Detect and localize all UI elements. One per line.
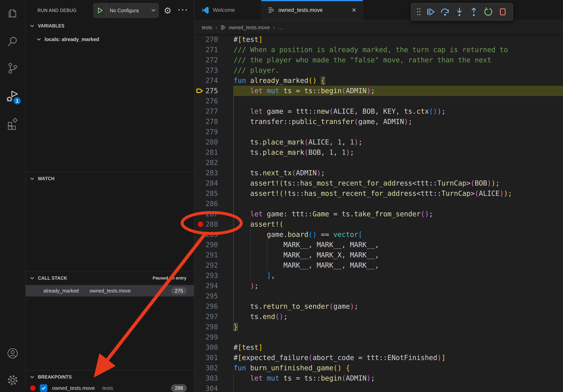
- stop-button[interactable]: [496, 5, 509, 18]
- code-line[interactable]: 285 assert!(!ts::has_most_recent_for_add…: [195, 188, 563, 198]
- drag-handle-icon[interactable]: [415, 5, 422, 18]
- continue-button[interactable]: [424, 5, 437, 18]
- explorer-icon[interactable]: [5, 6, 20, 21]
- step-out-button[interactable]: [468, 5, 480, 18]
- line-number-gutter[interactable]: 287: [195, 209, 234, 219]
- line-number-gutter[interactable]: 297: [195, 312, 234, 322]
- code-line[interactable]: 277 let game = ttt::new(ALICE, BOB, KEY,…: [195, 106, 563, 117]
- tab-owned-tests-move[interactable]: owned_tests.move ×: [261, 0, 363, 20]
- code-line[interactable]: 280 ts.place_mark(ALICE, 1, 1);: [195, 137, 563, 147]
- line-number-gutter[interactable]: 294: [195, 281, 234, 291]
- code-line[interactable]: 293 ],: [195, 270, 563, 281]
- code-line[interactable]: 271/// When a position is already marked…: [195, 45, 563, 55]
- call-stack-frame-row[interactable]: already_marked owned_tests.move 275: [26, 285, 194, 297]
- code-line[interactable]: 299: [195, 332, 563, 342]
- code-line[interactable]: 291 MARK__, MARK_X, MARK__,: [195, 250, 563, 260]
- extensions-icon[interactable]: [5, 116, 20, 131]
- line-number-gutter[interactable]: 278: [195, 117, 234, 127]
- line-number-gutter[interactable]: 286: [195, 198, 234, 209]
- line-number-gutter[interactable]: 303: [195, 373, 234, 383]
- line-number-gutter[interactable]: 270: [195, 34, 234, 45]
- restart-button[interactable]: [482, 5, 495, 18]
- line-number-gutter[interactable]: 280: [195, 137, 234, 147]
- code-line[interactable]: 303 let mut ts = ts::begin(ADMIN);: [195, 373, 563, 383]
- line-number-gutter[interactable]: 285: [195, 188, 234, 198]
- breakpoint-checkbox[interactable]: [40, 384, 47, 392]
- step-into-button[interactable]: [453, 5, 466, 18]
- search-icon[interactable]: [5, 34, 20, 49]
- line-number-gutter[interactable]: 272: [195, 55, 234, 65]
- variables-locals-row[interactable]: locals: already_marked: [26, 33, 194, 45]
- code-line[interactable]: 276: [195, 96, 563, 106]
- breadcrumb-item-symbol[interactable]: …: [278, 25, 283, 30]
- close-icon[interactable]: ×: [352, 7, 356, 14]
- code-line[interactable]: 294 );: [195, 281, 563, 291]
- breadcrumb-item-file[interactable]: owned_tests.move: [229, 25, 270, 30]
- start-debug-icon[interactable]: [94, 7, 106, 14]
- line-number-gutter[interactable]: 296: [195, 301, 234, 312]
- line-number-gutter[interactable]: 300: [195, 342, 234, 353]
- line-number-gutter[interactable]: 304: [195, 383, 234, 392]
- code-line[interactable]: 304: [195, 383, 563, 392]
- code-line[interactable]: 273/// player.: [195, 65, 563, 75]
- code-line[interactable]: 284 assert!(ts::has_most_recent_for_addr…: [195, 178, 563, 188]
- step-over-button[interactable]: [439, 5, 451, 18]
- code-line[interactable]: 274fun already_marked() {: [195, 75, 563, 86]
- line-number-gutter[interactable]: 273: [195, 65, 234, 75]
- code-line[interactable]: 279: [195, 127, 563, 137]
- section-watch-header[interactable]: WATCH: [26, 172, 194, 185]
- line-number-gutter[interactable]: 298: [195, 322, 234, 332]
- line-number-gutter[interactable]: 292: [195, 260, 234, 270]
- code-line[interactable]: 289 game.board() == vector[: [195, 229, 563, 240]
- breadcrumb-item-tests[interactable]: tests: [202, 25, 212, 30]
- source-control-icon[interactable]: [5, 61, 20, 76]
- code-line[interactable]: 290 MARK__, MARK__, MARK__,: [195, 240, 563, 250]
- code-editor[interactable]: 270#[test]271/// When a position is alre…: [195, 34, 563, 392]
- line-number-gutter[interactable]: 301: [195, 353, 234, 363]
- line-number-gutter[interactable]: 289: [195, 229, 234, 240]
- code-line[interactable]: 302fun burn_unfinished_game() {: [195, 363, 563, 373]
- line-number-gutter[interactable]: 276: [195, 96, 234, 106]
- section-variables-header[interactable]: VARIABLES: [26, 20, 194, 32]
- code-line[interactable]: 297 ts.end();: [195, 312, 563, 322]
- settings-gear-icon[interactable]: [5, 373, 20, 388]
- debug-settings-gear-icon[interactable]: ⚙: [164, 6, 171, 16]
- code-line[interactable]: 300#[test]: [195, 342, 563, 353]
- code-line[interactable]: 270#[test]: [195, 34, 563, 45]
- line-number-gutter[interactable]: 271: [195, 45, 234, 55]
- code-line[interactable]: 287 let game: ttt::Game = ts.take_from_s…: [195, 209, 563, 219]
- code-line[interactable]: 278 transfer::public_transfer(game, ADMI…: [195, 117, 563, 127]
- code-line[interactable]: 301#[expected_failure(abort_code = ttt::…: [195, 353, 563, 363]
- line-number-gutter[interactable]: 275: [195, 86, 234, 96]
- line-number-gutter[interactable]: 284: [195, 178, 234, 188]
- line-number-gutter[interactable]: 295: [195, 291, 234, 301]
- code-line[interactable]: 283 ts.next_tx(ADMIN);: [195, 168, 563, 178]
- code-line[interactable]: 292 MARK__, MARK__, MARK__,: [195, 260, 563, 270]
- line-number-gutter[interactable]: 302: [195, 363, 234, 373]
- code-line[interactable]: 298}: [195, 322, 563, 332]
- debug-config-dropdown[interactable]: No Configura: [93, 3, 159, 18]
- line-number-gutter[interactable]: 274: [195, 75, 234, 86]
- line-number-gutter[interactable]: 279: [195, 127, 234, 137]
- line-number-gutter[interactable]: 282: [195, 157, 234, 168]
- code-line[interactable]: 272/// the player who made the "false" m…: [195, 55, 563, 65]
- code-line[interactable]: 281 ts.place_mark(BOB, 1, 1);: [195, 147, 563, 157]
- run-and-debug-icon[interactable]: 1: [5, 89, 20, 104]
- section-breakpoints-header[interactable]: BREAKPOINTS: [26, 371, 194, 383]
- account-icon[interactable]: [5, 346, 20, 361]
- tab-welcome[interactable]: Welcome: [195, 0, 261, 20]
- line-number-gutter[interactable]: 288: [195, 219, 234, 229]
- line-number-gutter[interactable]: 291: [195, 250, 234, 260]
- line-number-gutter[interactable]: 299: [195, 332, 234, 342]
- code-line[interactable]: 282: [195, 157, 563, 168]
- more-actions-icon[interactable]: ···: [178, 6, 189, 14]
- line-number-gutter[interactable]: 290: [195, 240, 234, 250]
- code-line[interactable]: 286: [195, 198, 563, 209]
- section-call-stack-header[interactable]: CALL STACK Paused on entry: [26, 272, 194, 284]
- line-number-gutter[interactable]: 281: [195, 147, 234, 157]
- breakpoint-list-item[interactable]: owned_tests.move tests 288: [26, 382, 194, 392]
- code-line[interactable]: 275 let mut ts = ts::begin(ADMIN);: [195, 86, 563, 96]
- code-line[interactable]: 296 ts.return_to_sender(game);: [195, 301, 563, 312]
- breakpoint-dot-icon[interactable]: [198, 222, 203, 227]
- code-line[interactable]: 295: [195, 291, 563, 301]
